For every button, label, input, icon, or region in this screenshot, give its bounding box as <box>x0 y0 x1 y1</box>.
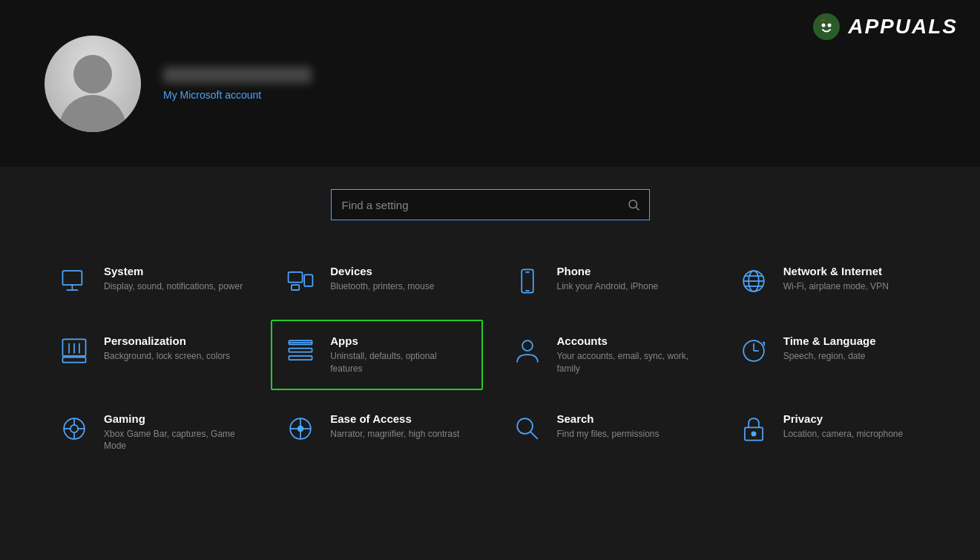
setting-item-network[interactable]: Network & Internet Wi-Fi, airplane mode,… <box>724 250 935 312</box>
setting-title-time: Time & Language <box>783 335 922 347</box>
setting-desc-accounts: Your accounts, email, sync, work, family <box>557 350 696 375</box>
accounts-icon <box>511 335 544 367</box>
setting-text-system: System Display, sound, notifications, po… <box>104 265 243 293</box>
profile-info: My Microsoft account <box>163 67 312 101</box>
svg-point-35 <box>70 424 78 432</box>
setting-text-time: Time & Language Speech, region, date <box>783 335 922 363</box>
setting-item-phone[interactable]: Phone Link your Android, iPhone <box>498 250 709 312</box>
setting-desc-devices: Bluetooth, printers, mouse <box>330 280 469 293</box>
setting-desc-ease: Narrator, magnifier, high contrast <box>330 428 469 441</box>
devices-icon <box>284 265 317 297</box>
network-icon <box>737 265 770 297</box>
apps-icon <box>284 335 317 367</box>
avatar-body <box>59 95 126 132</box>
setting-title-gaming: Gaming <box>104 412 243 425</box>
setting-title-apps: Apps <box>330 335 469 347</box>
system-icon <box>58 265 91 297</box>
main-content: System Display, sound, notifications, po… <box>0 167 980 467</box>
search-box <box>331 189 650 220</box>
setting-desc-privacy: Location, camera, microphone <box>783 428 922 441</box>
setting-desc-apps: Uninstall, defaults, optional features <box>330 350 469 375</box>
setting-item-devices[interactable]: Devices Bluetooth, printers, mouse <box>271 250 482 312</box>
search-icon <box>511 412 544 445</box>
search-container <box>45 189 935 220</box>
header-section: My Microsoft account APPUALS <box>0 0 980 167</box>
ease-icon <box>284 412 317 445</box>
svg-rect-22 <box>62 358 85 363</box>
setting-item-search[interactable]: Search Find my files, permissions <box>498 398 709 468</box>
settings-grid: System Display, sound, notifications, po… <box>45 250 935 467</box>
svg-point-0 <box>814 14 839 39</box>
setting-title-phone: Phone <box>557 265 696 277</box>
setting-text-privacy: Privacy Location, camera, microphone <box>783 412 922 441</box>
setting-text-ease: Ease of Access Narrator, magnifier, high… <box>330 412 469 441</box>
setting-desc-system: Display, sound, notifications, power <box>104 280 243 293</box>
svg-rect-28 <box>289 356 312 360</box>
setting-text-accounts: Accounts Your accounts, email, sync, wor… <box>557 335 696 375</box>
time-icon <box>737 335 770 367</box>
setting-item-ease[interactable]: Ease of Access Narrator, magnifier, high… <box>271 398 482 468</box>
svg-point-30 <box>522 340 533 351</box>
setting-item-system[interactable]: System Display, sound, notifications, po… <box>45 250 256 312</box>
setting-text-search: Search Find my files, permissions <box>557 412 696 441</box>
svg-point-1 <box>822 24 826 27</box>
personalization-icon <box>58 335 91 367</box>
setting-text-phone: Phone Link your Android, iPhone <box>557 265 696 293</box>
setting-text-gaming: Gaming Xbox Game Bar, captures, Game Mod… <box>104 412 243 453</box>
phone-icon <box>511 265 544 297</box>
setting-text-apps: Apps Uninstall, defaults, optional featu… <box>330 335 469 375</box>
setting-title-devices: Devices <box>330 265 469 277</box>
setting-item-time[interactable]: Time & Language Speech, region, date <box>724 320 935 390</box>
svg-point-47 <box>752 432 755 435</box>
setting-item-apps[interactable]: Apps Uninstall, defaults, optional featu… <box>271 320 482 390</box>
svg-rect-27 <box>289 349 312 352</box>
setting-item-gaming[interactable]: Gaming Xbox Game Bar, captures, Game Mod… <box>45 398 256 468</box>
setting-desc-search: Find my files, permissions <box>557 428 696 441</box>
svg-line-45 <box>530 432 538 439</box>
privacy-icon <box>737 412 770 445</box>
search-icon[interactable] <box>618 189 649 220</box>
svg-rect-13 <box>522 269 533 292</box>
svg-point-44 <box>517 418 533 434</box>
logo-text: APPUALS <box>848 15 958 38</box>
setting-text-devices: Devices Bluetooth, printers, mouse <box>330 265 469 293</box>
setting-title-privacy: Privacy <box>783 412 922 425</box>
setting-text-network: Network & Internet Wi-Fi, airplane mode,… <box>783 265 922 293</box>
svg-point-4 <box>629 200 637 208</box>
setting-text-personalization: Personalization Background, lock screen,… <box>104 335 243 363</box>
setting-title-search: Search <box>557 412 696 425</box>
setting-item-personalization[interactable]: Personalization Background, lock screen,… <box>45 320 256 390</box>
setting-desc-gaming: Xbox Game Bar, captures, Game Mode <box>104 428 243 453</box>
setting-desc-phone: Link your Android, iPhone <box>557 280 696 293</box>
svg-rect-10 <box>304 274 312 286</box>
gaming-icon <box>58 412 91 445</box>
site-logo: APPUALS <box>813 15 958 42</box>
setting-item-privacy[interactable]: Privacy Location, camera, microphone <box>724 398 935 468</box>
setting-title-personalization: Personalization <box>104 335 243 347</box>
svg-line-5 <box>636 207 639 210</box>
search-input[interactable] <box>332 190 618 220</box>
svg-rect-11 <box>292 285 299 290</box>
logo-icon <box>813 13 840 40</box>
setting-title-system: System <box>104 265 243 277</box>
avatar <box>45 36 141 132</box>
profile-name-blurred <box>163 67 312 83</box>
setting-title-network: Network & Internet <box>783 265 922 277</box>
avatar-head <box>73 55 112 93</box>
svg-point-2 <box>828 24 832 27</box>
microsoft-account-link[interactable]: My Microsoft account <box>163 89 312 101</box>
setting-desc-time: Speech, region, date <box>783 350 922 363</box>
svg-rect-9 <box>289 272 303 283</box>
setting-item-accounts[interactable]: Accounts Your accounts, email, sync, wor… <box>498 320 709 390</box>
svg-rect-6 <box>62 271 82 285</box>
setting-desc-personalization: Background, lock screen, colors <box>104 350 243 363</box>
setting-desc-network: Wi-Fi, airplane mode, VPN <box>783 280 922 293</box>
setting-title-ease: Ease of Access <box>330 412 469 425</box>
avatar-silhouette <box>45 36 141 132</box>
setting-title-accounts: Accounts <box>557 335 696 347</box>
